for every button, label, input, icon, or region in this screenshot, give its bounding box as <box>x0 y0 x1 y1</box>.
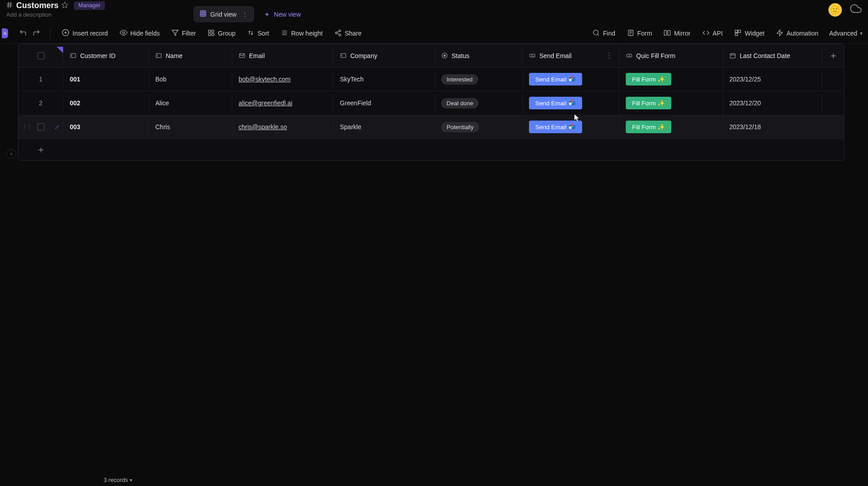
find-button[interactable]: Find <box>592 27 616 40</box>
side-panel-toggle[interactable]: ≡ <box>2 28 8 38</box>
svg-rect-38 <box>738 30 741 32</box>
svg-line-27 <box>337 31 339 32</box>
form-button[interactable]: Form <box>626 27 653 40</box>
share-button[interactable]: Share <box>334 27 362 40</box>
table-row[interactable]: 2 002 Alice alice@greenfiedl.ai GreenFie… <box>18 91 844 115</box>
share-label: Share <box>345 30 362 37</box>
star-icon[interactable] <box>61 1 68 10</box>
view-tab-grid[interactable]: Grid view ⋮ <box>194 6 254 22</box>
lightning-icon <box>776 29 783 38</box>
column-header-name[interactable]: Name <box>149 47 232 65</box>
group-button[interactable]: Group <box>207 27 236 40</box>
fill-form-button[interactable]: Fill Form ✨ <box>626 97 671 109</box>
svg-point-13 <box>122 32 124 33</box>
svg-marker-14 <box>172 30 178 36</box>
cell-last-contact[interactable]: 2023/12/25 <box>723 70 822 88</box>
api-button[interactable]: API <box>701 27 724 40</box>
cell-status[interactable]: Deal done <box>435 93 523 114</box>
column-header-send-email[interactable]: Send Email ⋮ <box>523 46 619 65</box>
column-header-fill-form[interactable]: Quic Fill Form <box>619 47 723 65</box>
cell-send-email: Send Email 📬 <box>523 68 619 91</box>
send-email-button[interactable]: Send Email 📬 <box>529 97 582 109</box>
cell-customer-id[interactable]: 002 <box>63 94 149 112</box>
svg-rect-37 <box>735 30 737 32</box>
svg-rect-39 <box>735 33 737 35</box>
filter-button[interactable]: Filter <box>171 27 197 40</box>
widget-button[interactable]: Widget <box>733 27 765 40</box>
cell-email[interactable]: bob@skytech.com <box>232 70 334 88</box>
advanced-label: Advanced <box>829 30 857 37</box>
cell-last-contact[interactable]: 2023/12/20 <box>723 94 822 112</box>
cell-company[interactable]: GreenField <box>334 94 435 112</box>
add-row-button[interactable]: ＋ <box>18 139 844 160</box>
insert-record-button[interactable]: Insert record <box>61 27 109 40</box>
eye-off-icon <box>120 29 127 38</box>
add-column-button[interactable]: ＋ <box>822 44 845 67</box>
cell-email[interactable]: alice@greenfiedl.ai <box>232 94 334 112</box>
toolbar-divider <box>50 28 51 38</box>
svg-point-26 <box>339 34 341 36</box>
view-tab-more-icon[interactable]: ⋮ <box>242 11 248 18</box>
new-view-label: New view <box>274 11 301 18</box>
cell-status[interactable]: Potentially <box>435 117 523 138</box>
column-header-customer-id[interactable]: Customer ID <box>63 47 149 65</box>
column-header-status[interactable]: Status <box>435 47 523 65</box>
send-email-button[interactable]: Send Email 📬 <box>529 73 582 86</box>
new-view-button[interactable]: ＋ New view <box>258 7 306 22</box>
cell-status[interactable]: Interested <box>435 69 523 90</box>
cell-company[interactable]: SkyTech <box>334 70 435 88</box>
svg-point-24 <box>339 30 341 32</box>
insert-record-label: Insert record <box>72 30 108 37</box>
fill-form-button[interactable]: Fill Form ✨ <box>626 73 671 86</box>
button-field-icon <box>529 52 536 59</box>
automation-button[interactable]: Automation <box>775 27 819 40</box>
cell-customer-id[interactable]: 003 <box>63 118 149 136</box>
svg-line-30 <box>597 34 599 36</box>
svg-point-29 <box>593 30 598 35</box>
cloud-sync-icon[interactable] <box>850 3 862 17</box>
svg-rect-51 <box>627 54 632 57</box>
svg-rect-50 <box>530 54 535 57</box>
advanced-button[interactable]: Advanced ▾ <box>829 30 863 37</box>
cell-name[interactable]: Chris <box>149 118 232 136</box>
send-email-button[interactable]: Send Email 📬 <box>529 121 582 133</box>
row-height-button[interactable]: Row height <box>280 27 324 40</box>
text-field-icon <box>155 52 162 59</box>
column-more-icon[interactable]: ⋮ <box>606 51 613 60</box>
widget-label: Widget <box>745 30 764 37</box>
sort-button[interactable]: Sort <box>246 27 270 40</box>
automation-label: Automation <box>787 30 818 37</box>
description-placeholder[interactable]: Add a description <box>6 11 105 18</box>
expand-record-icon[interactable]: ⤢ <box>54 124 59 130</box>
cell-company[interactable]: Sparkle <box>334 118 435 136</box>
table-row[interactable]: ⋮⋮ ⤢ 003 Chris chris@sparkle.so Sparkle … <box>18 115 844 139</box>
column-header-last-contact[interactable]: Last Contact Date <box>723 47 822 65</box>
svg-line-28 <box>337 33 339 35</box>
cell-email[interactable]: chris@sparkle.so <box>232 118 334 136</box>
avatar[interactable]: 🙂 <box>828 3 842 17</box>
column-header-email[interactable]: Email <box>232 47 334 65</box>
record-count[interactable]: 3 records <box>104 477 128 483</box>
column-label: Quic Fill Form <box>636 52 675 59</box>
form-icon <box>627 29 634 38</box>
svg-marker-4 <box>62 2 68 8</box>
hide-fields-button[interactable]: Hide fields <box>119 27 161 40</box>
cell-customer-id[interactable]: 001 <box>63 70 149 88</box>
cell-name[interactable]: Bob <box>149 70 232 88</box>
undo-icon[interactable] <box>19 29 27 38</box>
ghost-add-row-icon[interactable]: + <box>6 149 16 159</box>
cell-send-email: Send Email 📬 <box>523 91 619 115</box>
row-checkbox[interactable] <box>37 123 45 130</box>
column-header-company[interactable]: Company <box>334 47 435 65</box>
svg-rect-41 <box>71 54 76 58</box>
mirror-button[interactable]: Mirror <box>663 27 692 40</box>
select-all-checkbox[interactable] <box>37 52 45 59</box>
cell-last-contact[interactable]: 2023/12/18 <box>723 118 822 136</box>
drag-handle-icon[interactable]: ⋮⋮ <box>22 124 32 130</box>
cell-name[interactable]: Alice <box>149 94 232 112</box>
button-field-icon <box>626 52 633 59</box>
table-row[interactable]: 1 001 Bob bob@skytech.com SkyTech Intere… <box>18 68 844 91</box>
table-header-row: Customer ID Name Email Company Status Se… <box>18 44 844 68</box>
redo-icon[interactable] <box>32 29 41 38</box>
fill-form-button[interactable]: Fill Form ✨ <box>626 121 671 133</box>
